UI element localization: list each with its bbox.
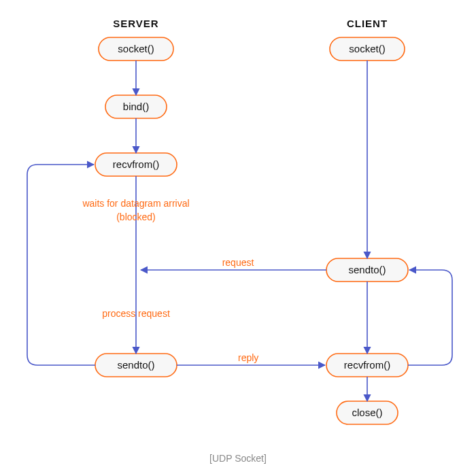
server-bind-label: bind() (123, 101, 149, 112)
server-recvfrom-label: recvfrom() (113, 158, 159, 170)
server-socket-label: socket() (118, 43, 154, 54)
server-sendto-label: sendto() (117, 359, 154, 371)
client-sendto-node: sendto() (326, 258, 408, 282)
diagram-caption: [UDP Socket] (209, 453, 267, 464)
waits-label-line2: (blocked) (116, 211, 156, 222)
udp-socket-diagram: SERVER CLIENT socket() bind() recvfrom()… (0, 0, 476, 476)
client-socket-node: socket() (330, 37, 405, 61)
waits-label-line1: waits for datagram arrival (82, 198, 189, 209)
server-bind-node: bind() (105, 95, 167, 118)
request-label: request (222, 257, 254, 268)
client-close-node: close() (337, 401, 398, 424)
client-recvfrom-label: recvfrom() (344, 359, 390, 371)
process-request-label: process request (102, 308, 170, 319)
client-column-header: CLIENT (347, 18, 388, 29)
edge-client-recvfrom-loop-sendto (408, 270, 452, 365)
edge-server-sendto-loop-recvfrom (27, 165, 95, 365)
server-recvfrom-node: recvfrom() (95, 153, 177, 176)
client-socket-label: socket() (349, 43, 385, 54)
server-sendto-node: sendto() (95, 354, 177, 377)
client-close-label: close() (352, 407, 382, 418)
client-sendto-label: sendto() (348, 264, 386, 275)
server-socket-node: socket() (99, 37, 173, 61)
server-column-header: SERVER (113, 18, 158, 29)
client-recvfrom-node: recvfrom() (326, 354, 408, 377)
reply-label: reply (238, 352, 258, 363)
